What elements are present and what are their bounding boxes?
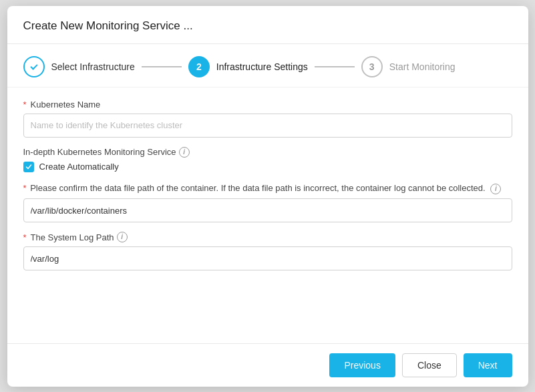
data-path-warning: Please confirm the data file path of the… — [30, 183, 485, 193]
kubernetes-name-input[interactable] — [23, 114, 512, 138]
kubernetes-name-group: * Kubernetes Name — [23, 100, 512, 138]
data-path-group: * Please confirm the data file path of t… — [23, 182, 512, 223]
data-path-input[interactable] — [23, 198, 512, 222]
create-auto-checkbox[interactable] — [23, 162, 34, 172]
create-auto-row: Create Automatically — [23, 162, 512, 172]
required-star-3: * — [23, 232, 27, 242]
step-1-circle — [23, 56, 45, 77]
step-2: 2 Infrastructure Settings — [188, 56, 308, 77]
system-log-group: * The System Log Path i — [23, 232, 512, 270]
step-1: Select Infrastructure — [23, 56, 135, 77]
system-log-label-row: * The System Log Path i — [23, 232, 512, 242]
step-3-circle: 3 — [361, 56, 383, 77]
indepth-help-icon[interactable]: i — [179, 147, 190, 158]
step-2-label: Infrastructure Settings — [216, 61, 308, 72]
step-divider-1 — [142, 66, 182, 67]
indepth-group: In-depth Kubernetes Monitoring Service i… — [23, 147, 512, 172]
step-2-number: 2 — [196, 61, 202, 72]
dialog-footer: Previous Close Next — [7, 343, 528, 387]
kubernetes-name-label-row: * Kubernetes Name — [23, 100, 512, 110]
system-log-input[interactable] — [23, 246, 512, 270]
create-auto-label: Create Automatically — [39, 162, 119, 172]
step-3-label: Start Monitoring — [389, 61, 456, 72]
checkmark-icon — [30, 62, 37, 69]
data-path-help-icon[interactable]: i — [490, 184, 501, 194]
next-button[interactable]: Next — [464, 353, 512, 377]
indepth-label-row: In-depth Kubernetes Monitoring Service i — [23, 147, 512, 158]
kubernetes-name-label: Kubernetes Name — [31, 100, 101, 110]
indepth-label: In-depth Kubernetes Monitoring Service — [23, 147, 176, 157]
required-star-1: * — [23, 100, 27, 110]
close-button[interactable]: Close — [402, 353, 457, 377]
dialog-body: * Kubernetes Name In-depth Kubernetes Mo… — [7, 87, 528, 343]
dialog-header: Create New Monitoring Service ... — [7, 6, 528, 44]
dialog: Create New Monitoring Service ... Select… — [7, 6, 528, 387]
step-3-number: 3 — [369, 61, 375, 72]
system-log-help-icon[interactable]: i — [117, 232, 128, 242]
previous-button[interactable]: Previous — [329, 353, 395, 377]
step-1-label: Select Infrastructure — [51, 61, 135, 72]
data-path-warning-text: * Please confirm the data file path of t… — [23, 182, 512, 195]
step-divider-2 — [315, 66, 355, 67]
required-star-2: * — [23, 183, 27, 193]
dialog-title: Create New Monitoring Service ... — [23, 19, 193, 32]
checkbox-check-icon — [25, 164, 32, 170]
step-3: 3 Start Monitoring — [361, 56, 456, 77]
stepper: Select Infrastructure 2 Infrastructure S… — [7, 44, 528, 87]
system-log-label: The System Log Path — [31, 232, 114, 242]
step-2-circle: 2 — [188, 56, 210, 77]
